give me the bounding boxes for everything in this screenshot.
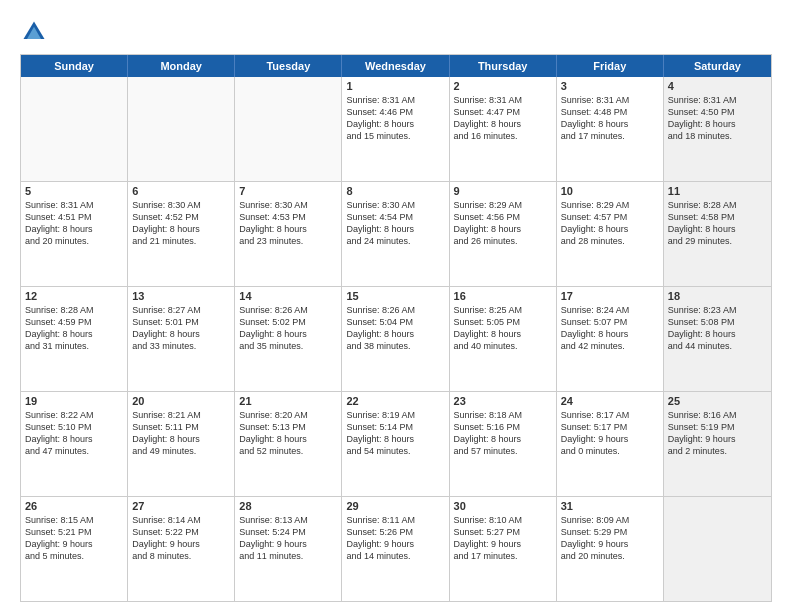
cell-info: Sunrise: 8:21 AMSunset: 5:11 PMDaylight:… <box>132 409 230 458</box>
calendar-cell-w4-d5: 23Sunrise: 8:18 AMSunset: 5:16 PMDayligh… <box>450 392 557 496</box>
calendar-cell-w5-d3: 28Sunrise: 8:13 AMSunset: 5:24 PMDayligh… <box>235 497 342 601</box>
calendar-cell-w2-d7: 11Sunrise: 8:28 AMSunset: 4:58 PMDayligh… <box>664 182 771 286</box>
cell-info: Sunrise: 8:19 AMSunset: 5:14 PMDaylight:… <box>346 409 444 458</box>
day-number: 18 <box>668 290 767 302</box>
day-number: 15 <box>346 290 444 302</box>
calendar-cell-w3-d6: 17Sunrise: 8:24 AMSunset: 5:07 PMDayligh… <box>557 287 664 391</box>
calendar-cell-w5-d7 <box>664 497 771 601</box>
calendar-cell-w2-d2: 6Sunrise: 8:30 AMSunset: 4:52 PMDaylight… <box>128 182 235 286</box>
calendar-cell-w5-d5: 30Sunrise: 8:10 AMSunset: 5:27 PMDayligh… <box>450 497 557 601</box>
cell-info: Sunrise: 8:30 AMSunset: 4:54 PMDaylight:… <box>346 199 444 248</box>
calendar-cell-w4-d2: 20Sunrise: 8:21 AMSunset: 5:11 PMDayligh… <box>128 392 235 496</box>
cell-info: Sunrise: 8:29 AMSunset: 4:56 PMDaylight:… <box>454 199 552 248</box>
cell-info: Sunrise: 8:30 AMSunset: 4:53 PMDaylight:… <box>239 199 337 248</box>
cell-info: Sunrise: 8:11 AMSunset: 5:26 PMDaylight:… <box>346 514 444 563</box>
day-number: 26 <box>25 500 123 512</box>
cell-info: Sunrise: 8:18 AMSunset: 5:16 PMDaylight:… <box>454 409 552 458</box>
cell-info: Sunrise: 8:14 AMSunset: 5:22 PMDaylight:… <box>132 514 230 563</box>
calendar-body: 1Sunrise: 8:31 AMSunset: 4:46 PMDaylight… <box>21 77 771 601</box>
day-number: 22 <box>346 395 444 407</box>
calendar-cell-w4-d4: 22Sunrise: 8:19 AMSunset: 5:14 PMDayligh… <box>342 392 449 496</box>
calendar-cell-w2-d1: 5Sunrise: 8:31 AMSunset: 4:51 PMDaylight… <box>21 182 128 286</box>
day-number: 20 <box>132 395 230 407</box>
header-day-wednesday: Wednesday <box>342 55 449 77</box>
calendar-cell-w1-d7: 4Sunrise: 8:31 AMSunset: 4:50 PMDaylight… <box>664 77 771 181</box>
calendar-cell-w5-d4: 29Sunrise: 8:11 AMSunset: 5:26 PMDayligh… <box>342 497 449 601</box>
logo <box>20 18 52 46</box>
cell-info: Sunrise: 8:29 AMSunset: 4:57 PMDaylight:… <box>561 199 659 248</box>
day-number: 21 <box>239 395 337 407</box>
cell-info: Sunrise: 8:31 AMSunset: 4:48 PMDaylight:… <box>561 94 659 143</box>
cell-info: Sunrise: 8:26 AMSunset: 5:04 PMDaylight:… <box>346 304 444 353</box>
calendar-cell-w2-d5: 9Sunrise: 8:29 AMSunset: 4:56 PMDaylight… <box>450 182 557 286</box>
cell-info: Sunrise: 8:26 AMSunset: 5:02 PMDaylight:… <box>239 304 337 353</box>
day-number: 24 <box>561 395 659 407</box>
cell-info: Sunrise: 8:30 AMSunset: 4:52 PMDaylight:… <box>132 199 230 248</box>
calendar-cell-w1-d5: 2Sunrise: 8:31 AMSunset: 4:47 PMDaylight… <box>450 77 557 181</box>
week-row-5: 26Sunrise: 8:15 AMSunset: 5:21 PMDayligh… <box>21 497 771 601</box>
day-number: 12 <box>25 290 123 302</box>
day-number: 9 <box>454 185 552 197</box>
day-number: 25 <box>668 395 767 407</box>
header-day-thursday: Thursday <box>450 55 557 77</box>
week-row-4: 19Sunrise: 8:22 AMSunset: 5:10 PMDayligh… <box>21 392 771 497</box>
cell-info: Sunrise: 8:15 AMSunset: 5:21 PMDaylight:… <box>25 514 123 563</box>
day-number: 29 <box>346 500 444 512</box>
cell-info: Sunrise: 8:09 AMSunset: 5:29 PMDaylight:… <box>561 514 659 563</box>
day-number: 3 <box>561 80 659 92</box>
calendar-cell-w1-d2 <box>128 77 235 181</box>
day-number: 8 <box>346 185 444 197</box>
day-number: 16 <box>454 290 552 302</box>
calendar-cell-w5-d1: 26Sunrise: 8:15 AMSunset: 5:21 PMDayligh… <box>21 497 128 601</box>
week-row-1: 1Sunrise: 8:31 AMSunset: 4:46 PMDaylight… <box>21 77 771 182</box>
header-day-saturday: Saturday <box>664 55 771 77</box>
calendar-cell-w3-d7: 18Sunrise: 8:23 AMSunset: 5:08 PMDayligh… <box>664 287 771 391</box>
cell-info: Sunrise: 8:28 AMSunset: 4:59 PMDaylight:… <box>25 304 123 353</box>
cell-info: Sunrise: 8:23 AMSunset: 5:08 PMDaylight:… <box>668 304 767 353</box>
day-number: 23 <box>454 395 552 407</box>
cell-info: Sunrise: 8:22 AMSunset: 5:10 PMDaylight:… <box>25 409 123 458</box>
calendar: SundayMondayTuesdayWednesdayThursdayFrid… <box>20 54 772 602</box>
calendar-cell-w5-d2: 27Sunrise: 8:14 AMSunset: 5:22 PMDayligh… <box>128 497 235 601</box>
calendar-cell-w3-d2: 13Sunrise: 8:27 AMSunset: 5:01 PMDayligh… <box>128 287 235 391</box>
day-number: 31 <box>561 500 659 512</box>
calendar-cell-w1-d4: 1Sunrise: 8:31 AMSunset: 4:46 PMDaylight… <box>342 77 449 181</box>
calendar-cell-w3-d1: 12Sunrise: 8:28 AMSunset: 4:59 PMDayligh… <box>21 287 128 391</box>
day-number: 17 <box>561 290 659 302</box>
day-number: 5 <box>25 185 123 197</box>
header <box>20 18 772 46</box>
logo-icon <box>20 18 48 46</box>
page: SundayMondayTuesdayWednesdayThursdayFrid… <box>0 0 792 612</box>
calendar-cell-w2-d4: 8Sunrise: 8:30 AMSunset: 4:54 PMDaylight… <box>342 182 449 286</box>
day-number: 30 <box>454 500 552 512</box>
day-number: 11 <box>668 185 767 197</box>
calendar-cell-w3-d4: 15Sunrise: 8:26 AMSunset: 5:04 PMDayligh… <box>342 287 449 391</box>
calendar-cell-w1-d6: 3Sunrise: 8:31 AMSunset: 4:48 PMDaylight… <box>557 77 664 181</box>
day-number: 28 <box>239 500 337 512</box>
cell-info: Sunrise: 8:20 AMSunset: 5:13 PMDaylight:… <box>239 409 337 458</box>
cell-info: Sunrise: 8:31 AMSunset: 4:47 PMDaylight:… <box>454 94 552 143</box>
day-number: 1 <box>346 80 444 92</box>
calendar-cell-w4-d1: 19Sunrise: 8:22 AMSunset: 5:10 PMDayligh… <box>21 392 128 496</box>
day-number: 6 <box>132 185 230 197</box>
day-number: 27 <box>132 500 230 512</box>
cell-info: Sunrise: 8:31 AMSunset: 4:50 PMDaylight:… <box>668 94 767 143</box>
day-number: 7 <box>239 185 337 197</box>
day-number: 10 <box>561 185 659 197</box>
cell-info: Sunrise: 8:10 AMSunset: 5:27 PMDaylight:… <box>454 514 552 563</box>
cell-info: Sunrise: 8:31 AMSunset: 4:46 PMDaylight:… <box>346 94 444 143</box>
day-number: 14 <box>239 290 337 302</box>
week-row-2: 5Sunrise: 8:31 AMSunset: 4:51 PMDaylight… <box>21 182 771 287</box>
calendar-cell-w4-d6: 24Sunrise: 8:17 AMSunset: 5:17 PMDayligh… <box>557 392 664 496</box>
header-day-monday: Monday <box>128 55 235 77</box>
calendar-cell-w2-d6: 10Sunrise: 8:29 AMSunset: 4:57 PMDayligh… <box>557 182 664 286</box>
cell-info: Sunrise: 8:13 AMSunset: 5:24 PMDaylight:… <box>239 514 337 563</box>
cell-info: Sunrise: 8:28 AMSunset: 4:58 PMDaylight:… <box>668 199 767 248</box>
header-day-sunday: Sunday <box>21 55 128 77</box>
week-row-3: 12Sunrise: 8:28 AMSunset: 4:59 PMDayligh… <box>21 287 771 392</box>
calendar-header: SundayMondayTuesdayWednesdayThursdayFrid… <box>21 55 771 77</box>
day-number: 4 <box>668 80 767 92</box>
calendar-cell-w3-d3: 14Sunrise: 8:26 AMSunset: 5:02 PMDayligh… <box>235 287 342 391</box>
calendar-cell-w4-d3: 21Sunrise: 8:20 AMSunset: 5:13 PMDayligh… <box>235 392 342 496</box>
cell-info: Sunrise: 8:31 AMSunset: 4:51 PMDaylight:… <box>25 199 123 248</box>
